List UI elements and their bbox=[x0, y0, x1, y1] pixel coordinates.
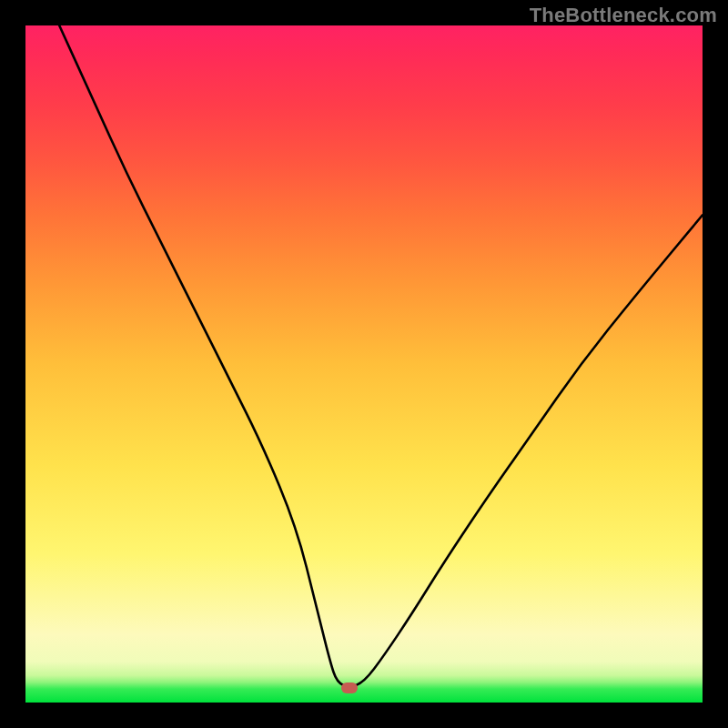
optimal-marker bbox=[341, 682, 358, 693]
curve-path bbox=[59, 25, 703, 686]
chart-stage: TheBottleneck.com bbox=[0, 0, 728, 728]
plot-area bbox=[25, 25, 703, 703]
bottleneck-curve bbox=[25, 25, 703, 703]
watermark-text: TheBottleneck.com bbox=[530, 4, 717, 27]
